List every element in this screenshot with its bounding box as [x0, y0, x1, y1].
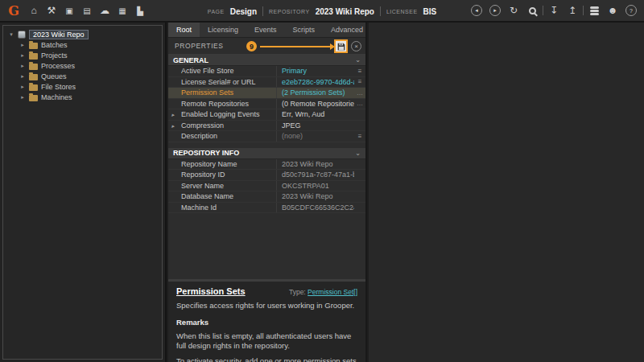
tree-item-machines[interactable]: ▸ Machines	[3, 92, 162, 102]
menu-icon[interactable]: ≡	[354, 68, 365, 75]
import-button[interactable]: ↧	[546, 2, 562, 19]
property-value[interactable]: Primary	[276, 66, 354, 76]
property-label: Description	[181, 132, 276, 140]
property-value[interactable]: (2 Permission Sets)	[276, 88, 354, 98]
menu-icon[interactable]: ≡	[354, 133, 365, 140]
property-label: Permission Sets	[181, 88, 276, 97]
property-label: Active File Store	[181, 67, 276, 75]
property-row-repository-name: Repository Name 2023 Wiki Repo	[168, 159, 365, 171]
menu-icon[interactable]: ≡	[354, 78, 365, 85]
property-label: Remote Repositories	[181, 100, 276, 108]
help-button[interactable]: ?	[623, 2, 639, 19]
chevron-down-icon[interactable]: ⌄	[355, 56, 361, 64]
tree-item-label: Batches	[41, 41, 68, 49]
separator	[380, 6, 381, 16]
tree-root-node[interactable]: ▾ 2023 Wiki Repo	[3, 29, 162, 39]
property-label: Compression	[181, 121, 276, 130]
ellipsis-icon[interactable]: …	[354, 100, 365, 107]
top-toolbar: G ⌂ ⚒ ▣ ▤ ☁ ▦ ▙ PAGE Design REPOSITORY 2…	[0, 0, 644, 23]
tab-root[interactable]: Root	[168, 23, 200, 37]
property-row-repository-id: Repository ID d50c791a-7c87-47a1-b06d-..…	[168, 170, 365, 181]
section-header-general[interactable]: GENERAL ⌄	[168, 55, 365, 66]
type-link[interactable]: Permission Set[]	[308, 288, 357, 296]
expander-icon[interactable]: ▸	[19, 73, 26, 80]
expander-icon[interactable]: ▾	[8, 31, 14, 38]
batches-button[interactable]: ▣	[61, 2, 77, 19]
tree-item-label: File Stores	[41, 83, 76, 91]
expander-icon[interactable]: ▸	[19, 63, 26, 69]
property-value[interactable]: Err, Wrn, Aud	[276, 109, 354, 120]
property-label: License Serial# or URL	[181, 78, 276, 86]
property-value: d50c791a-7c87-47a1-b06d-...	[276, 170, 354, 180]
upload-icon: ↥	[568, 5, 576, 16]
property-value[interactable]: JPEG	[276, 121, 354, 131]
callout-arrow	[260, 46, 331, 47]
save-button[interactable]	[334, 39, 348, 53]
export-button[interactable]: ↥	[564, 2, 580, 19]
separator	[583, 6, 584, 15]
separator	[262, 6, 263, 16]
tab-scripts[interactable]: Scripts	[285, 23, 324, 37]
repository-icon	[18, 31, 26, 39]
expander-icon[interactable]: ▸	[19, 42, 26, 48]
database-button[interactable]	[586, 2, 602, 19]
toolbar-left-group: ⌂ ⚒ ▣ ▤ ☁ ▦ ▙	[26, 2, 148, 19]
grooper-logo-icon[interactable]: G	[5, 2, 23, 19]
repository-label: REPOSITORY	[269, 9, 310, 14]
expander-icon[interactable]: ▸	[19, 84, 26, 90]
properties-title: PROPERTIES	[175, 42, 224, 50]
property-grid: GENERAL ⌄ Active File Store Primary ≡ Li…	[168, 55, 365, 279]
design-tools-button[interactable]: ⚒	[43, 2, 60, 19]
tools-icon: ⚒	[47, 5, 56, 16]
expander-icon[interactable]: ▸	[171, 112, 175, 118]
context-breadcrumb: PAGE Design REPOSITORY 2023 Wiki Repo LI…	[145, 0, 499, 23]
grooper-window: G ⌂ ⚒ ▣ ▤ ☁ ▦ ▙ PAGE Design REPOSITORY 2…	[0, 0, 644, 362]
tree-item-label: Projects	[41, 51, 68, 60]
section-title: GENERAL	[173, 56, 208, 64]
node-tree-panel: ▾ 2023 Wiki Repo ▸ Batches ▸ Projects ▸ …	[0, 23, 167, 362]
user-icon: ☻	[608, 5, 618, 16]
bar-chart-icon: ▙	[137, 6, 143, 15]
property-row-server-name: Server Name OKCSTRPA01	[168, 181, 365, 192]
file-stores-button[interactable]: ▦	[114, 2, 130, 19]
tree-item-label: Machines	[41, 93, 72, 101]
tree-item-batches[interactable]: ▸ Batches	[3, 39, 162, 50]
refresh-button[interactable]: ↻	[506, 2, 522, 19]
repository-value: 2023 Wiki Repo	[316, 7, 374, 16]
type-label: Type:	[289, 288, 306, 296]
tab-bar: Root Licensing Events Scripts Advanced	[168, 23, 365, 38]
help-type: Type: Permission Set[]	[289, 288, 357, 296]
expander-icon[interactable]: ▸	[19, 94, 26, 101]
chevron-down-icon[interactable]: ⌄	[355, 150, 361, 157]
property-help-panel: Permission Sets Type: Permission Set[] S…	[168, 282, 365, 362]
search-button[interactable]	[524, 2, 540, 19]
property-value[interactable]: (none)	[276, 131, 354, 142]
property-row-remote-repositories: Remote Repositories (0 Remote Repositori…	[168, 99, 365, 110]
node-tree: ▾ 2023 Wiki Repo ▸ Batches ▸ Projects ▸ …	[2, 25, 163, 360]
tree-item-projects[interactable]: ▸ Projects	[3, 50, 162, 60]
folder-icon	[29, 95, 38, 101]
cloud-button[interactable]: ☁	[97, 2, 113, 19]
property-value[interactable]: e2eb728c-9970-4d6d-ac7f-...	[276, 77, 354, 88]
tab-advanced[interactable]: Advanced	[323, 23, 371, 37]
property-label: Enabled Logging Events	[181, 110, 276, 118]
cancel-button[interactable]: ×	[351, 41, 361, 51]
tree-item-queues[interactable]: ▸ Queues	[3, 71, 162, 81]
property-label: Database Name	[181, 192, 276, 200]
help-remark-2: To activate security, add one or more pe…	[176, 356, 357, 362]
tree-item-file-stores[interactable]: ▸ File Stores	[3, 81, 162, 92]
property-value: 2023 Wiki Repo	[276, 191, 354, 202]
section-header-repository-info[interactable]: REPOSITORY INFO ⌄	[168, 148, 365, 159]
tree-item-processes[interactable]: ▸ Processes	[3, 60, 162, 71]
property-value[interactable]: (0 Remote Repositories)	[276, 99, 354, 109]
expander-icon[interactable]: ▸	[19, 52, 26, 59]
home-button[interactable]: ⌂	[26, 2, 42, 19]
user-button[interactable]: ☻	[605, 2, 621, 19]
tab-events[interactable]: Events	[246, 23, 285, 37]
page-label: PAGE	[208, 9, 225, 14]
search-icon	[529, 7, 536, 14]
expander-icon[interactable]: ▸	[171, 123, 175, 130]
ellipsis-icon[interactable]: …	[354, 89, 365, 97]
projects-button[interactable]: ▤	[79, 2, 95, 19]
tab-licensing[interactable]: Licensing	[200, 23, 246, 37]
